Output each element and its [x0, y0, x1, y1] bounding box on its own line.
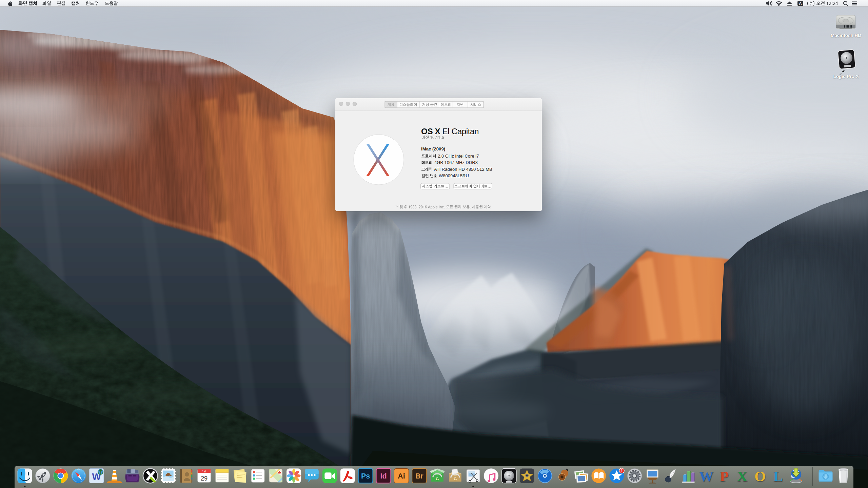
- svg-text:2.8 GHz Intel Core i7: 2.8 GHz Intel Core i7: [438, 154, 479, 159]
- svg-text:1월: 1월: [202, 470, 206, 473]
- svg-text:1: 1: [621, 469, 623, 473]
- svg-text:G: G: [436, 476, 439, 481]
- svg-text:Ps: Ps: [361, 472, 370, 480]
- svg-text:OS X El Capitan: OS X El Capitan: [421, 127, 479, 136]
- svg-text:Macintosh HD: Macintosh HD: [831, 33, 861, 38]
- svg-text:O: O: [754, 468, 766, 484]
- svg-text:X: X: [737, 468, 748, 484]
- svg-text:G: G: [454, 476, 457, 481]
- svg-text:4GB 1067 MHz DDR3: 4GB 1067 MHz DDR3: [434, 160, 478, 165]
- svg-text:Id: Id: [380, 472, 387, 480]
- svg-text:Ai: Ai: [398, 472, 405, 480]
- svg-text:L: L: [773, 468, 783, 484]
- svg-text:P: P: [720, 468, 729, 484]
- svg-text:iMac (2009): iMac (2009): [421, 146, 445, 151]
- svg-text:W: W: [699, 468, 714, 484]
- svg-text:ATI Radeon HD 4850 512 MB: ATI Radeon HD 4850 512 MB: [434, 167, 492, 172]
- svg-text:W800948L5RU: W800948L5RU: [439, 173, 469, 178]
- svg-text:A: A: [799, 1, 802, 5]
- svg-text:Logic Pro X: Logic Pro X: [833, 74, 859, 79]
- svg-text:29: 29: [201, 475, 208, 482]
- svg-text:Br: Br: [415, 472, 423, 480]
